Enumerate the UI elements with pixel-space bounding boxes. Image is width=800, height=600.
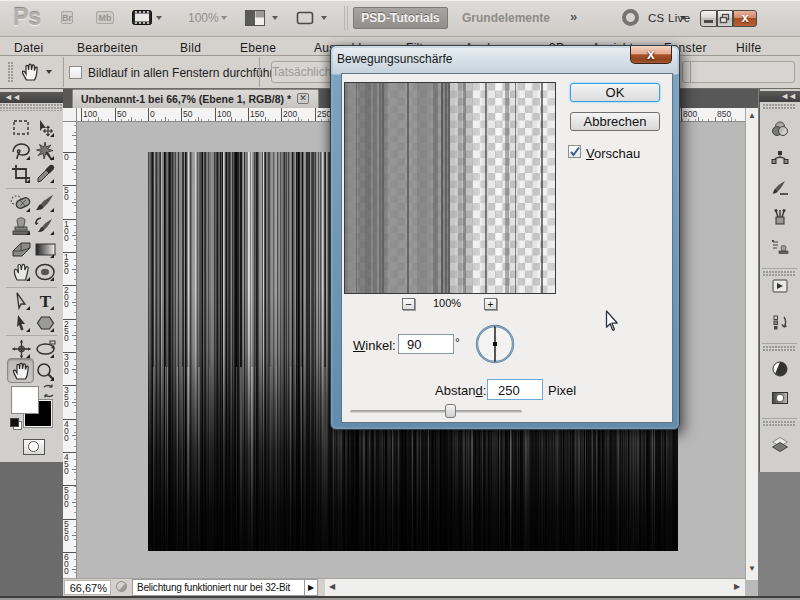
svg-text:T: T — [40, 292, 52, 311]
